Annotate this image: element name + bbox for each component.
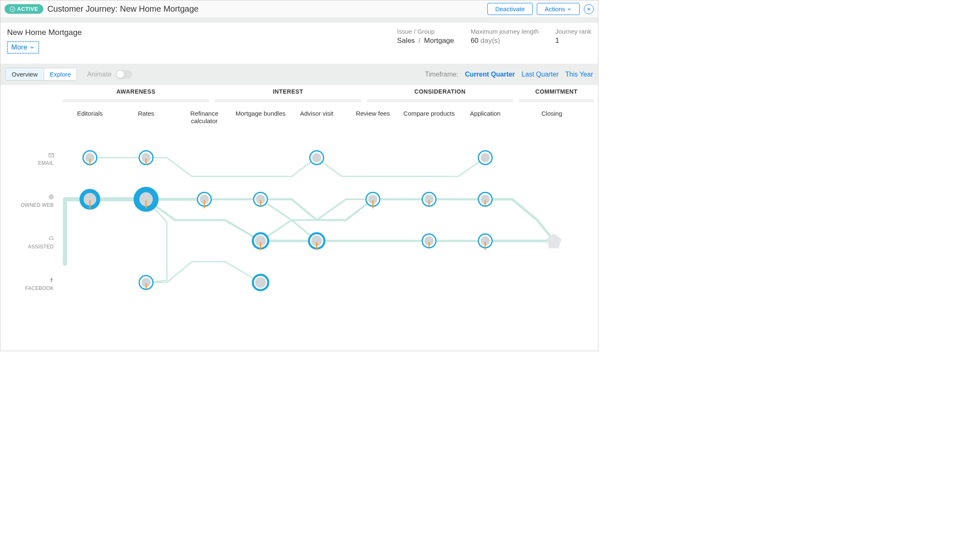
max-length-value: 60 xyxy=(471,37,479,45)
journey-node[interactable] xyxy=(478,192,493,207)
journey-diagram: AWARENESSINTERESTCONSIDERATIONCOMMITMENT… xyxy=(0,85,598,318)
group-value: Mortgage xyxy=(424,37,454,45)
max-length-unit: day(s) xyxy=(481,37,500,45)
timeframe-current-quarter[interactable]: Current Quarter xyxy=(465,71,515,78)
journey-node[interactable] xyxy=(79,189,100,210)
timeframe-last-quarter[interactable]: Last Quarter xyxy=(521,71,558,78)
journey-node[interactable] xyxy=(422,192,437,207)
detail-issue-group: Issue / Group Sales / Mortgage xyxy=(397,28,454,45)
journey-node[interactable] xyxy=(252,274,269,291)
rank-value: 1 xyxy=(555,37,591,45)
journey-name: New Home Mortgage xyxy=(7,28,82,37)
view-tabs: Overview Explore xyxy=(5,68,77,81)
chevron-down-icon xyxy=(29,45,35,50)
journey-node[interactable] xyxy=(478,150,493,165)
check-circle-icon xyxy=(10,6,15,12)
page-header: ACTIVE Customer Journey: New Home Mortga… xyxy=(0,0,598,18)
actions-menu-button[interactable]: Actions xyxy=(537,3,580,15)
animate-label: Animate xyxy=(87,71,112,78)
issue-value: Sales xyxy=(397,37,415,45)
page-title: Customer Journey: New Home Mortgage xyxy=(47,4,199,14)
journey-node[interactable] xyxy=(478,233,493,248)
journey-node[interactable] xyxy=(197,192,212,207)
close-button[interactable] xyxy=(584,4,594,14)
details-panel: New Home Mortgage More Issue / Group Sal… xyxy=(0,23,598,64)
journey-node[interactable] xyxy=(309,150,324,165)
journey-node[interactable] xyxy=(252,232,269,250)
more-button[interactable]: More xyxy=(7,41,39,54)
journey-node[interactable] xyxy=(308,232,325,250)
close-icon xyxy=(587,7,591,11)
journey-node[interactable] xyxy=(134,187,159,212)
animate-toggle[interactable] xyxy=(116,70,132,79)
timeframe-label: Timeframe: xyxy=(425,71,458,78)
journey-node[interactable] xyxy=(253,192,268,207)
tab-explore[interactable]: Explore xyxy=(44,68,77,80)
journey-node[interactable] xyxy=(82,150,97,165)
tab-overview[interactable]: Overview xyxy=(6,68,44,80)
journey-node[interactable] xyxy=(365,192,380,207)
deactivate-button[interactable]: Deactivate xyxy=(487,3,533,15)
detail-max-length: Maximum journey length 60 day(s) xyxy=(471,28,539,45)
svg-point-0 xyxy=(10,7,15,12)
journey-node[interactable] xyxy=(139,150,154,165)
status-badge: ACTIVE xyxy=(5,4,43,14)
timeframe-picker: Timeframe: Current Quarter Last Quarter … xyxy=(425,71,593,78)
journey-node[interactable] xyxy=(139,275,154,290)
page-title-prefix: Customer Journey: xyxy=(47,4,118,13)
status-badge-label: ACTIVE xyxy=(17,6,38,12)
journey-node[interactable] xyxy=(422,233,437,248)
detail-rank: Journey rank 1 xyxy=(555,28,591,45)
chevron-down-icon xyxy=(567,7,572,12)
timeframe-this-year[interactable]: This Year xyxy=(565,71,593,78)
page-title-name: New Home Mortgage xyxy=(120,4,199,13)
